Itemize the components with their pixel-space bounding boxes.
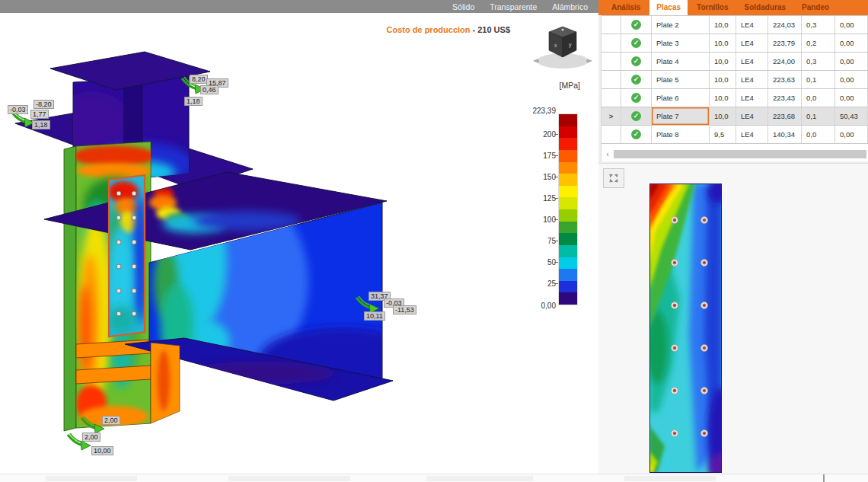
- table-row[interactable]: ✓Plate 610,0LE4223,430,00,00: [602, 89, 868, 107]
- plate-name-cell[interactable]: Plate 2: [652, 16, 710, 34]
- row-pointer: [602, 89, 621, 107]
- axis-y-label: y: [569, 42, 572, 48]
- legend-tick-mark: [554, 134, 558, 135]
- bolt-icon: [132, 191, 136, 196]
- legend-color-segment: [559, 174, 577, 186]
- legend-tick-label: 100: [530, 215, 556, 224]
- value-cell: 140,34: [768, 126, 802, 143]
- legend-color-segment: [559, 186, 577, 198]
- bolt-icon: [672, 302, 678, 309]
- value-cell: 223,63: [768, 71, 802, 88]
- status-strip: [0, 474, 868, 482]
- plate-name-cell[interactable]: Plate 8: [652, 126, 710, 143]
- value-cell: 0,00: [835, 16, 868, 34]
- cost-separator: -: [471, 25, 478, 34]
- value-cell: 224,00: [768, 53, 802, 70]
- fit-view-button[interactable]: [603, 168, 624, 188]
- bolt-icon: [672, 430, 678, 437]
- value-cell: 0,00: [835, 34, 868, 52]
- row-pointer: >: [602, 107, 621, 125]
- view-mode-alambrico[interactable]: Alámbrico: [552, 2, 588, 11]
- legend-tick-mark: [554, 219, 558, 220]
- legend-tick-mark: [554, 155, 558, 156]
- plate-name-cell[interactable]: Plate 4: [652, 53, 710, 70]
- production-cost: Costo de produccion-210 US$: [358, 25, 510, 34]
- table-hscrollbar[interactable]: ‹: [602, 148, 868, 160]
- legend-colorbar: [559, 114, 577, 305]
- row-pointer: [602, 16, 621, 34]
- plate-name-cell[interactable]: Plate 7: [652, 107, 710, 125]
- bolt-icon: [672, 388, 678, 394]
- status-strip-segment: [228, 476, 350, 481]
- plate-name-cell[interactable]: Plate 5: [652, 71, 710, 88]
- bolt-icon: [132, 215, 136, 220]
- row-pointer: [602, 53, 621, 70]
- row-pointer: [602, 126, 621, 143]
- bolt-icon: [672, 260, 678, 267]
- legend-tick-mark: [554, 262, 558, 263]
- value-cell: LE4: [736, 89, 768, 107]
- value-cell: LE4: [736, 107, 768, 125]
- view-mode-bar: Sólido Transparente Alámbrico: [0, 0, 598, 13]
- table-row[interactable]: ✓Plate 89,5LE4140,340,00,00: [602, 126, 868, 144]
- tab-tornillos[interactable]: Tornillos: [690, 0, 735, 15]
- value-cell: 0,00: [835, 126, 868, 143]
- value-cell: 0,0: [802, 89, 835, 107]
- value-cell: 10,0: [710, 89, 736, 107]
- plate-stress-preview: [649, 184, 722, 473]
- value-cell: LE4: [736, 126, 768, 143]
- legend-tick-label: 75: [530, 237, 556, 245]
- table-row[interactable]: ✓Plate 410,0LE4224,000,30,00: [602, 53, 868, 71]
- table-row[interactable]: ✓Plate 310,0LE4223,790,20,00: [602, 34, 868, 53]
- view-mode-transparente[interactable]: Transparente: [490, 2, 537, 11]
- bolt-icon: [701, 430, 708, 437]
- legend-color-segment: [559, 150, 577, 162]
- value-cell: 50,43: [835, 107, 868, 125]
- table-row[interactable]: ✓Plate 510,0LE4223,630,10,00: [602, 71, 868, 89]
- legend-color-segment: [559, 269, 577, 281]
- table-row[interactable]: ✓Plate 210,0LE4224,030,30,00: [602, 15, 868, 34]
- legend-tick-label: 50: [530, 258, 556, 267]
- view-mode-solido[interactable]: Sólido: [452, 2, 474, 11]
- legend-tick-mark: [554, 198, 558, 199]
- status-strip-divider: [823, 474, 825, 482]
- tab-placas[interactable]: Placas: [649, 0, 688, 15]
- table-row[interactable]: >✓Plate 710,0LE4223,680,150,43: [602, 107, 868, 126]
- bolt-icon: [132, 240, 136, 244]
- value-cell: 0,1: [802, 107, 835, 125]
- model-viewport: Sólido Transparente Alámbrico Costo de p…: [0, 0, 598, 474]
- value-cell: 0,3: [802, 16, 835, 34]
- plate-name-cell[interactable]: Plate 3: [652, 34, 710, 52]
- scroll-left-button[interactable]: ‹: [602, 148, 614, 160]
- legend-min-value: 0,00: [541, 302, 556, 310]
- value-cell: 224,03: [768, 16, 802, 34]
- legend-color-segment: [559, 197, 577, 209]
- value-cell: LE4: [736, 34, 768, 52]
- value-cell: 0,00: [835, 53, 868, 70]
- legend-color-segment: [559, 222, 577, 234]
- hscroll-track[interactable]: [614, 150, 866, 158]
- plates-table: ✓Plate 210,0LE4224,030,30,00✓Plate 310,0…: [601, 15, 868, 161]
- legend-max-value: 223,39: [532, 107, 556, 115]
- fea-3d-model[interactable]: [0, 46, 426, 466]
- bolt-icon: [132, 311, 136, 316]
- four-arrows-expand-icon: [607, 172, 621, 184]
- bolt-icon: [701, 260, 708, 267]
- legend-color-segment: [559, 245, 577, 257]
- bolt-icon: [701, 388, 708, 394]
- row-pointer: [602, 34, 621, 52]
- check-ok-icon: ✓: [631, 56, 641, 66]
- tab-analisis[interactable]: Análisis: [605, 0, 647, 15]
- tab-soldaduras[interactable]: Soldaduras: [738, 0, 793, 15]
- legend-tick-mark: [554, 283, 558, 284]
- orientation-cube-icon[interactable]: x y: [533, 23, 592, 72]
- bolt-icon: [116, 191, 121, 196]
- legend-tick-label: 175: [530, 152, 556, 160]
- legend-color-segment: [559, 114, 577, 126]
- axis-x-label: x: [554, 43, 557, 48]
- legend-tick-label: 200: [530, 130, 556, 139]
- status-strip-segment: [624, 476, 716, 481]
- bolt-icon: [132, 264, 136, 269]
- tab-pandeo[interactable]: Pandeo: [795, 0, 836, 15]
- plate-name-cell[interactable]: Plate 6: [652, 89, 710, 107]
